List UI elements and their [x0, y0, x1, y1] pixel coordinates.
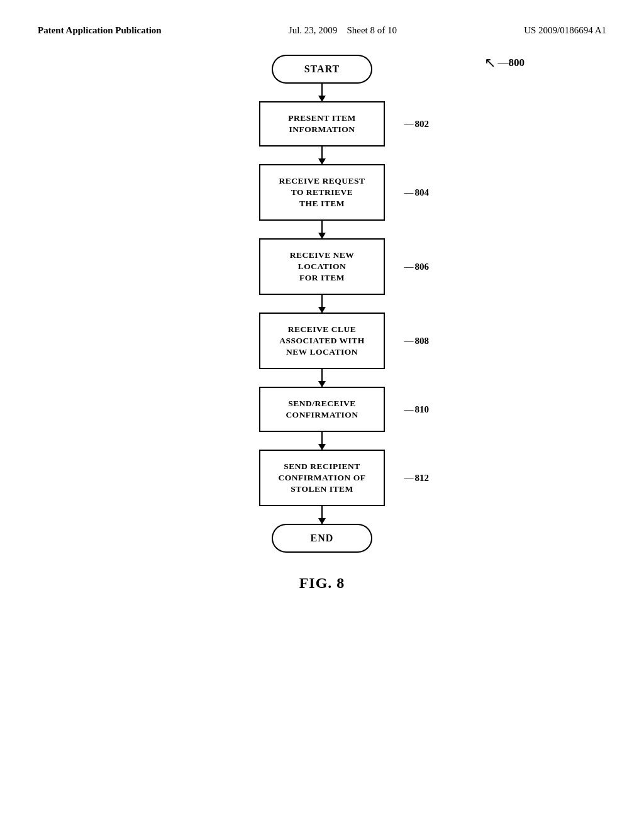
publication-date: Jul. 23, 2009	[289, 25, 338, 35]
sheet-info: Sheet 8 of 10	[347, 25, 397, 35]
node-806-row: RECEIVE NEWLOCATIONFOR ITEM —806	[259, 238, 385, 295]
header-date-sheet: Jul. 23, 2009 Sheet 8 of 10	[289, 25, 397, 36]
label-802: —802	[404, 119, 430, 130]
node-810-row: SEND/RECEIVECONFIRMATION —810	[259, 387, 385, 432]
process-808: RECEIVE CLUEASSOCIATED WITHNEW LOCATION	[259, 313, 385, 369]
node-806-wrapper: RECEIVE NEWLOCATIONFOR ITEM —806	[259, 238, 385, 295]
arrow-5	[321, 369, 323, 387]
node-804-wrapper: RECEIVE REQUESTTO RETRIEVETHE ITEM —804	[259, 164, 385, 221]
node-802-row: PRESENT ITEMINFORMATION —802	[259, 101, 385, 147]
flowchart: ↖ —800 START PRESENT ITEMINFORMATION —80…	[0, 36, 644, 592]
label-806: —806	[404, 262, 430, 272]
process-804: RECEIVE REQUESTTO RETRIEVETHE ITEM	[259, 164, 385, 221]
node-804-row: RECEIVE REQUESTTO RETRIEVETHE ITEM —804	[259, 164, 385, 221]
start-node-wrapper: START	[272, 55, 372, 84]
publication-label: Patent Application Publication	[38, 25, 162, 36]
node-808-wrapper: RECEIVE CLUEASSOCIATED WITHNEW LOCATION …	[259, 313, 385, 369]
patent-number: US 2009/0186694 A1	[524, 25, 606, 36]
node-802-wrapper: PRESENT ITEMINFORMATION —802	[259, 101, 385, 147]
node-808-row: RECEIVE CLUEASSOCIATED WITHNEW LOCATION …	[259, 313, 385, 369]
arrow-2	[321, 147, 323, 164]
diagram-number: ↖ —800	[484, 55, 525, 71]
process-812: SEND RECIPIENTCONFIRMATION OFSTOLEN ITEM	[259, 450, 385, 506]
diagram-arrow: ↖	[484, 55, 496, 71]
process-810: SEND/RECEIVECONFIRMATION	[259, 387, 385, 432]
node-810-wrapper: SEND/RECEIVECONFIRMATION —810	[259, 387, 385, 432]
label-808: —808	[404, 336, 430, 346]
start-node-row: START	[272, 55, 372, 84]
figure-caption: FIG. 8	[299, 575, 345, 592]
end-terminal: END	[272, 524, 372, 553]
label-802-dash: —	[404, 119, 414, 130]
node-812-wrapper: SEND RECIPIENTCONFIRMATION OFSTOLEN ITEM…	[259, 450, 385, 506]
end-node-wrapper: END	[272, 524, 372, 553]
process-802: PRESENT ITEMINFORMATION	[259, 101, 385, 147]
arrow-1	[321, 84, 323, 101]
page-header: Patent Application Publication Jul. 23, …	[0, 0, 644, 36]
arrow-6	[321, 432, 323, 450]
start-terminal: START	[272, 55, 372, 84]
label-810: —810	[404, 404, 430, 415]
arrow-3	[321, 221, 323, 238]
label-804: —804	[404, 187, 430, 198]
end-node-row: END	[272, 524, 372, 553]
arrow-7	[321, 506, 323, 524]
process-806: RECEIVE NEWLOCATIONFOR ITEM	[259, 238, 385, 295]
arrow-4	[321, 295, 323, 313]
node-812-row: SEND RECIPIENTCONFIRMATION OFSTOLEN ITEM…	[259, 450, 385, 506]
diagram-number-label: —800	[498, 57, 525, 69]
label-812: —812	[404, 473, 430, 484]
